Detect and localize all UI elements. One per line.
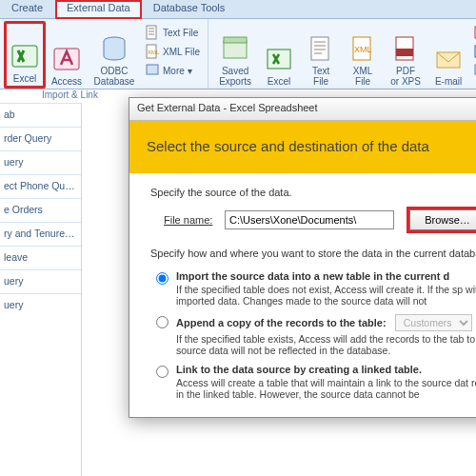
specify-how-text: Specify how and where you want to store … [150,248,476,259]
export-xml-label: XML File [353,66,373,87]
odbc-database-button[interactable]: ODBC Database [88,21,141,89]
export-access-button[interactable]: Access [471,23,476,42]
option-import-desc: If the specified table does not exist, A… [176,284,476,307]
export-more-button[interactable]: More ▾ [471,61,476,80]
ribbon: Excel Access ODBC Database Text File XML… [0,19,476,89]
import-access-label: Access [51,76,82,87]
dialog-banner: Select the source and destination of the… [129,121,476,173]
specify-source-text: Specify the source of the data. [150,187,476,198]
text-file-icon [145,25,160,40]
ribbon-group-import-link: Excel Access ODBC Database Text File XML… [0,19,208,89]
import-xml-file-button[interactable]: XML XML File [143,42,202,61]
export-text-label: Text File [312,66,329,87]
ribbon-tabs: Create External Data Database Tools [0,0,476,19]
import-more-button[interactable]: More ▾ [143,61,202,80]
export-xml-button[interactable]: XML XML File [342,21,384,89]
nav-item[interactable]: ect Phone Qu… [0,174,81,198]
svg-rect-14 [396,49,413,56]
option-import-new-table: Import the source data into a new table … [156,270,476,307]
option-append-desc: If the specified table exists, Access wi… [176,333,476,356]
file-name-input[interactable] [225,210,394,229]
import-excel-button[interactable]: Excel [4,21,46,89]
export-email-button[interactable]: E-mail [427,21,469,89]
access-icon [51,44,82,74]
option-import-label: Import the source data into a new table … [176,270,476,282]
svg-rect-6 [147,65,158,74]
option-append: Append a copy of the records to the tabl… [156,314,476,356]
svg-rect-0 [12,46,37,67]
dialog-title: Get External Data - Excel Spreadsheet [129,98,476,121]
export-text-button[interactable]: Text File [300,21,342,89]
excel-export-icon [264,44,294,74]
ribbon-group-export: Saved Exports Excel Text File XML XML Fi… [208,19,476,89]
saved-exports-button[interactable]: Saved Exports [212,21,258,89]
import-text-file-button[interactable]: Text File [143,23,202,42]
get-external-data-dialog: Get External Data - Excel Spreadsheet Se… [129,97,476,418]
svg-rect-3 [147,26,156,39]
text-export-icon [306,33,336,64]
svg-rect-10 [311,37,328,60]
svg-text:XML: XML [148,50,160,55]
append-table-select: Customers [395,314,472,331]
export-more-column: Access Word Me More ▾ [469,21,476,89]
nav-item[interactable]: leave [0,246,81,269]
radio-import-new-table[interactable] [156,272,169,285]
option-link-label: Link to the data source by creating a li… [176,364,476,375]
excel-icon [10,41,40,71]
svg-text:XML: XML [354,45,372,54]
export-email-label: E-mail [435,76,462,87]
svg-rect-7 [224,41,247,58]
option-link: Link to the data source by creating a li… [156,364,476,400]
saved-exports-icon [220,33,250,64]
nav-item[interactable]: e Orders [0,198,81,222]
import-xml-file-label: XML File [163,47,200,57]
file-name-label: File name: [164,214,225,226]
option-append-label-text: Append a copy of the records to the tabl… [176,317,387,328]
nav-item[interactable]: uery [0,150,81,174]
nav-item[interactable]: ry and Tenure… [0,222,81,246]
radio-link[interactable] [156,366,169,378]
email-icon [433,44,464,74]
ribbon-group-label-import: Import & Link [2,89,98,100]
import-more-label: More ▾ [163,66,192,76]
pdf-icon [390,33,421,64]
export-excel-button[interactable]: Excel [258,21,300,89]
odbc-database-label: ODBC Database [94,66,135,87]
nav-item[interactable]: rder Query [0,127,81,150]
tab-create[interactable]: Create [0,0,55,18]
svg-rect-9 [268,50,290,69]
tab-database-tools[interactable]: Database Tools [142,0,238,18]
file-name-row: File name: Browse… [164,209,476,230]
import-more-column: Text File XML XML File More ▾ [141,21,204,89]
saved-exports-label: Saved Exports [219,66,251,87]
dialog-body: Specify the source of the data. File nam… [129,173,476,417]
option-link-desc: Access will create a table that will mai… [176,377,476,400]
nav-item[interactable]: uery [0,293,81,317]
browse-button[interactable]: Browse… [409,209,476,230]
option-append-label: Append a copy of the records to the tabl… [176,314,476,331]
nav-item[interactable]: uery [0,269,81,293]
nav-item[interactable]: ab [0,103,81,127]
import-excel-label: Excel [13,73,36,84]
import-text-file-label: Text File [163,28,198,38]
xml-file-icon: XML [145,44,160,59]
export-excel-label: Excel [268,76,290,87]
navigation-pane: ab rder Query uery ect Phone Qu… e Order… [0,103,82,476]
radio-append[interactable] [156,316,169,328]
import-access-button[interactable]: Access [46,21,88,89]
svg-rect-8 [224,37,247,43]
xml-export-icon: XML [347,33,378,64]
tab-external-data[interactable]: External Data [55,0,142,19]
more-icon [145,63,160,78]
export-word-merge-button[interactable]: Word Me [471,42,476,61]
database-icon [99,33,129,64]
export-pdf-button[interactable]: PDF or XPS [384,21,427,89]
export-pdf-label: PDF or XPS [390,66,421,87]
